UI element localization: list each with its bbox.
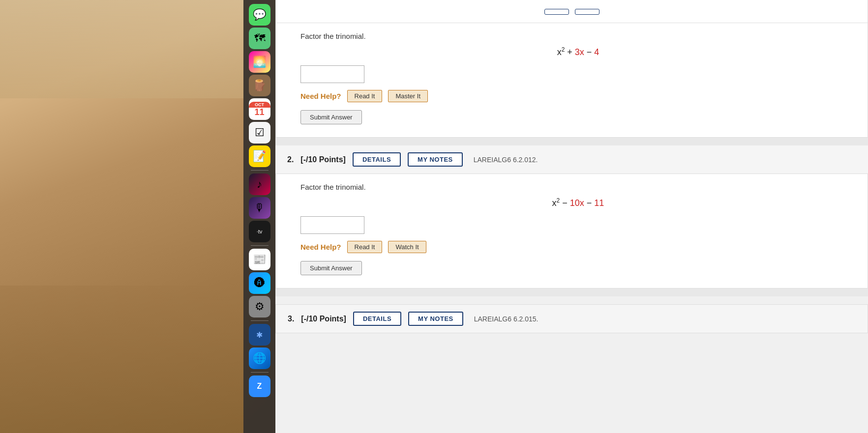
news-icon[interactable]: 📰 [249,249,270,270]
p1-expression: x2 + 3x − 4 [300,46,856,58]
p1-top-btn-2 [575,9,599,15]
dock-divider-1 [251,170,269,171]
p1-intro: Factor the trinomial. [300,32,856,40]
photos-icon[interactable]: 🌅 [249,51,270,73]
maps-icon[interactable]: 🗺 [249,28,270,49]
p2-need-help-label: Need Help? [300,243,341,251]
problem-2: 2. [-/10 Points] DETAILS MY NOTES LAREIA… [275,145,868,289]
p1-read-it-button[interactable]: Read It [347,90,383,102]
dock-divider-4 [251,372,269,373]
p2-body: Factor the trinomial. x2 − 10x − 11 Need… [276,174,868,288]
p3-header: 3. [-/10 Points] DETAILS MY NOTES LAREIA… [275,304,868,333]
p3-reference: LAREIALG6 6.2.015. [474,315,539,323]
p1-submit-row: Submit Answer [300,110,856,124]
p3-details-button[interactable]: DETAILS [353,312,401,326]
p2-intro: Factor the trinomial. [300,183,856,191]
mac-dock: 💬 🗺 🌅 🪵 OCT 11 ☑ 📝 ♪ 🎙 ·tv 📰 🅐 ⚙ ✱ 🌐 Z [243,0,275,433]
bluetooth-icon[interactable]: ✱ [249,324,270,346]
p1-top-btn-1 [544,9,569,15]
p2-header: 2. [-/10 Points] DETAILS MY NOTES LAREIA… [275,145,868,174]
zoom-icon[interactable]: Z [249,375,270,397]
p2-read-it-button[interactable]: Read It [347,241,383,253]
p2-submit-row: Submit Answer [300,261,856,275]
reminders-icon[interactable]: ☑ [249,122,270,144]
p3-points: [-/10 Points] [301,315,346,323]
p1-need-help-label: Need Help? [300,92,341,100]
background-photo: 💬 🗺 🌅 🪵 OCT 11 ☑ 📝 ♪ 🎙 ·tv 📰 🅐 ⚙ ✱ 🌐 Z [0,0,275,433]
contacts-icon[interactable]: 🪵 [249,75,270,96]
p2-need-help-row: Need Help? Read It Watch It [300,241,856,253]
p2-expression: x2 − 10x − 11 [300,197,856,208]
p2-answer-input[interactable] [300,216,364,234]
dock-divider-3 [251,320,269,321]
notes-icon[interactable]: 📝 [249,145,270,167]
dock-divider-2 [251,245,269,246]
p3-mynotes-button[interactable]: MY NOTES [408,312,463,326]
calendar-icon[interactable]: OCT 11 [249,98,270,120]
p2-details-button[interactable]: DETAILS [353,152,401,167]
p2-mynotes-button[interactable]: MY NOTES [408,152,463,167]
main-content: Factor the trinomial. x2 + 3x − 4 Need H… [275,0,868,433]
p2-reference: LAREIALG6 6.2.012. [474,156,538,164]
p2-watch-it-button[interactable]: Watch It [388,241,426,253]
messages-icon[interactable]: 💬 [249,4,270,26]
p3-number: 3. [288,315,294,323]
p2-points: [-/10 Points] [300,155,346,164]
podcasts-icon[interactable]: 🎙 [249,197,270,219]
problem-1-bottom [275,0,868,23]
p2-block: Factor the trinomial. x2 − 10x − 11 Need… [275,174,868,289]
p1-need-help-row: Need Help? Read It Master It [300,90,856,102]
p1-master-it-button[interactable]: Master It [388,90,428,102]
p1-submit-button[interactable]: Submit Answer [300,110,362,124]
p2-number: 2. [287,155,294,164]
section-gap-1 [275,138,868,145]
music-icon[interactable]: ♪ [249,173,270,195]
safari-icon[interactable]: 🌐 [249,347,270,369]
problem-1-body: Factor the trinomial. x2 + 3x − 4 Need H… [275,23,868,138]
section-gap-2 [275,289,868,296]
p2-submit-button[interactable]: Submit Answer [300,261,362,275]
appstore-icon[interactable]: 🅐 [249,272,270,294]
system-prefs-icon[interactable]: ⚙ [249,296,270,318]
appletv-icon[interactable]: ·tv [249,221,270,242]
problem-3: 3. [-/10 Points] DETAILS MY NOTES LAREIA… [275,304,868,333]
p1-answer-input[interactable] [300,65,364,83]
